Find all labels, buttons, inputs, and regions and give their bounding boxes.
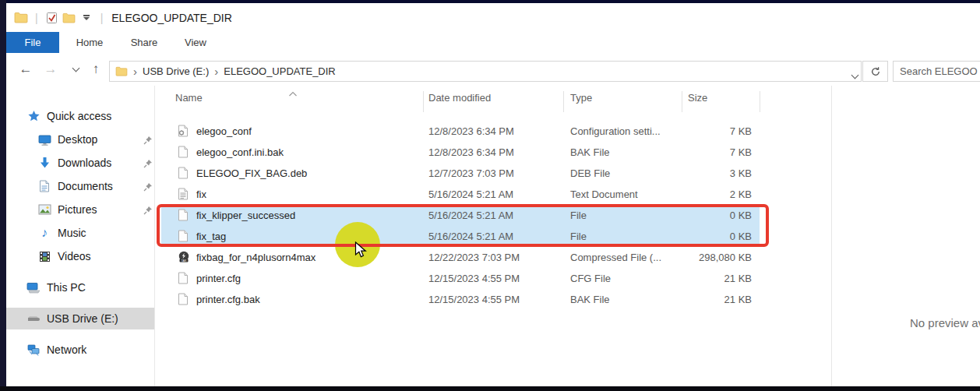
sidebar-item-pictures[interactable]: Pictures — [6, 199, 154, 220]
customize-toolbar-dropdown-icon[interactable] — [78, 9, 95, 26]
file-size: 3 KB — [660, 167, 752, 179]
file-name: elegoo_conf — [196, 125, 252, 137]
refresh-button[interactable] — [862, 61, 888, 82]
file-icon — [178, 167, 189, 181]
file-name: printer.cfg — [196, 273, 241, 284]
file-row-elegoo-fix-bag-deb[interactable]: ELEGOO_FIX_BAG.deb 12/7/2023 7:03 PM DEB… — [161, 163, 760, 184]
tab-view[interactable]: View — [176, 32, 215, 53]
sidebar-item-this-pc[interactable]: This PC — [6, 277, 154, 298]
sidebar-item-documents[interactable]: Documents — [6, 175, 154, 197]
up-icon[interactable]: ↑ — [86, 59, 106, 79]
file-row-elegoo-conf[interactable]: elegoo_conf 12/8/2023 6:34 PM Configurat… — [161, 121, 760, 142]
file-type: BAK File — [570, 294, 610, 305]
column-divider[interactable] — [423, 91, 424, 112]
window-title: ELEGOO_UPDATE_DIR — [111, 12, 232, 24]
file-date: 12/22/2023 7:03 PM — [428, 252, 520, 263]
address-dropdown-chevron-icon[interactable] — [852, 67, 858, 81]
breadcrumb-chevron-icon[interactable]: › — [214, 65, 218, 78]
sidebar-item-label: Music — [58, 227, 86, 239]
breadcrumb-folder-icon — [115, 66, 128, 76]
recent-locations-chevron-icon[interactable] — [65, 59, 86, 79]
navigation-pane: Quick access Desktop Downloads Docume — [6, 86, 154, 386]
music-icon: ♪ — [37, 226, 51, 240]
tab-file[interactable]: File — [6, 32, 59, 53]
sidebar-item-downloads[interactable]: Downloads — [6, 152, 154, 174]
preview-pane-divider[interactable] — [831, 86, 832, 386]
back-icon[interactable]: ← — [16, 59, 36, 79]
search-input[interactable] — [894, 62, 980, 81]
sidebar-item-quick-access[interactable]: Quick access — [6, 105, 154, 127]
sidebar-item-label: USB Drive (E:) — [47, 312, 118, 325]
sidebar-item-label: Network — [47, 343, 86, 356]
breadcrumb-segment-folder[interactable]: ELEGOO_UPDATE_DIR — [224, 65, 336, 77]
address-bar[interactable]: › USB Drive (E:) › ELEGOO_UPDATE_DIR — [109, 61, 862, 82]
new-folder-icon[interactable] — [61, 9, 78, 26]
file-row-printer-cfg-bak[interactable]: printer.cfg.bak 12/15/2023 4:55 PM BAK F… — [161, 289, 760, 310]
properties-check-icon[interactable] — [44, 9, 61, 26]
explorer-folder-icon — [12, 9, 30, 26]
file-type: Configuration setti... — [570, 125, 661, 137]
sidebar-item-network[interactable]: Network — [6, 339, 154, 361]
pane-divider — [154, 86, 155, 386]
file-name: fixbag_for_n4plusorn4max — [196, 252, 316, 263]
sidebar-item-desktop[interactable]: Desktop — [6, 129, 154, 150]
sidebar-item-music[interactable]: ♪ Music — [6, 222, 154, 244]
quick-access-toolbar: | | — [6, 9, 108, 26]
column-divider[interactable] — [760, 91, 760, 112]
navigation-bar: ← → ↑ › USB Drive (E:) › ELEGOO_UPDATE_D… — [6, 53, 980, 86]
refresh-icon — [870, 66, 881, 77]
column-divider[interactable] — [563, 91, 564, 112]
file-icon — [178, 146, 189, 160]
file-date: 5/16/2024 5:21 AM — [428, 188, 513, 200]
file-size: 7 KB — [660, 125, 752, 137]
tab-home[interactable]: Home — [70, 32, 109, 53]
documents-icon — [37, 179, 51, 193]
video-frame-top — [0, 0, 980, 3]
file-date: 12/8/2023 6:34 PM — [428, 125, 514, 137]
column-divider[interactable] — [682, 91, 682, 112]
mouse-cursor — [354, 241, 370, 262]
quick-access-star-icon — [26, 109, 41, 123]
highlight-box-annotation — [157, 204, 769, 247]
file-icon — [178, 272, 189, 287]
file-date: 12/7/2023 7:03 PM — [428, 167, 514, 179]
tab-share[interactable]: Share — [125, 32, 164, 53]
sidebar-item-videos[interactable]: Videos — [6, 245, 154, 267]
file-name: fix — [196, 188, 206, 200]
file-row-fix[interactable]: fix 5/16/2024 5:21 AM Text Document 2 KB — [161, 184, 760, 205]
sidebar-item-label: Downloads — [58, 157, 111, 169]
file-row-elegoo-conf-ini-bak[interactable]: elegoo_conf.ini.bak 12/8/2023 6:34 PM BA… — [161, 142, 760, 163]
file-size: 21 KB — [660, 273, 752, 284]
file-date: 12/15/2023 4:55 PM — [428, 273, 520, 284]
file-type: BAK File — [570, 146, 610, 158]
sidebar-item-label: Videos — [58, 250, 91, 262]
sidebar-item-label: This PC — [47, 281, 86, 294]
forward-icon[interactable]: → — [41, 59, 61, 79]
file-name: ELEGOO_FIX_BAG.deb — [196, 167, 307, 179]
search-box[interactable] — [893, 61, 980, 82]
column-header-type[interactable]: Type — [570, 92, 592, 104]
video-frame-left — [0, 0, 6, 391]
column-header-date-modified[interactable]: Date modified — [428, 92, 491, 104]
breadcrumb-segment-drive[interactable]: USB Drive (E:) — [143, 65, 209, 77]
pictures-icon — [37, 203, 51, 217]
file-type: CFG File — [570, 273, 611, 284]
sidebar-item-usb-drive[interactable]: USB Drive (E:) — [6, 308, 154, 329]
column-header-size[interactable]: Size — [688, 92, 707, 104]
desktop-icon — [37, 132, 51, 146]
sidebar-item-label: Documents — [58, 180, 113, 192]
file-size: 298,080 KB — [660, 252, 752, 263]
file-row-printer-cfg[interactable]: printer.cfg 12/15/2023 4:55 PM CFG File … — [161, 268, 760, 289]
sort-ascending-icon — [288, 86, 298, 100]
sidebar-item-label: Quick access — [47, 110, 111, 122]
file-date: 12/15/2023 4:55 PM — [428, 294, 520, 305]
column-header-name[interactable]: Name — [175, 92, 203, 104]
video-frame-bottom — [0, 386, 980, 391]
file-type: Text Document — [570, 188, 638, 200]
file-date: 12/8/2023 6:34 PM — [428, 146, 514, 158]
pin-icon — [143, 181, 153, 194]
file-type: Compressed File (... — [570, 252, 661, 263]
archive-icon: TAR — [178, 251, 190, 266]
file-row-fixbag-for-n4plusorn4max[interactable]: TAR fixbag_for_n4plusorn4max 12/22/2023 … — [161, 247, 760, 268]
breadcrumb-chevron-icon[interactable]: › — [133, 65, 137, 78]
